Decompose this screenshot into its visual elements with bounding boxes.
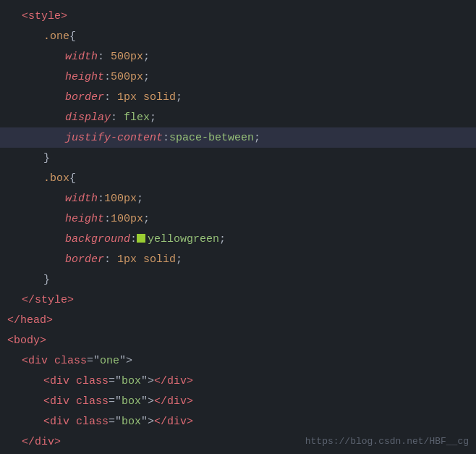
token-semicolon: ;: [143, 51, 150, 63]
token-property: border: [65, 91, 104, 104]
code-line: width:100px;: [0, 188, 476, 209]
token-property: display: [65, 112, 111, 124]
token-value-flex: yellowgreen: [148, 233, 219, 245]
token-colon: :: [111, 112, 124, 124]
token-property: width: [65, 51, 98, 63]
token-attr-value: box: [122, 375, 141, 387]
token-value-flex: flex: [124, 112, 150, 124]
token-brace: }: [43, 274, 50, 286]
token-attr-name: class: [76, 375, 109, 387]
token-colon: :: [104, 253, 117, 266]
token-colon: :: [98, 193, 104, 205]
token-tag: <div: [43, 395, 76, 408]
token-tag: <body>: [7, 335, 46, 347]
token-tag: </style>: [22, 294, 74, 306]
code-line: }: [0, 148, 476, 168]
token-selector: .one: [43, 30, 69, 43]
token-semicolon: ;: [143, 213, 150, 225]
token-semicolon: ;: [137, 193, 143, 205]
token-value-px: 500px: [111, 71, 143, 83]
code-line: </head>: [0, 310, 476, 330]
code-line: .box{: [0, 168, 476, 188]
code-editor: <style>.one{width: 500px;height:500px;bo…: [0, 0, 476, 454]
token-attr-name: class: [54, 355, 87, 367]
token-punctuation: =": [87, 355, 100, 367]
token-attr-value: one: [100, 355, 119, 367]
token-punctuation: ">: [141, 375, 154, 387]
token-attr-value: box: [122, 395, 141, 408]
token-semicolon: ;: [143, 71, 150, 83]
code-line: height:100px;: [0, 209, 476, 229]
code-line: width: 500px;: [0, 46, 476, 67]
token-property: height: [65, 213, 104, 225]
token-tag: <div: [43, 416, 76, 428]
token-attr-name: class: [76, 395, 109, 408]
token-colon: :: [130, 233, 137, 245]
token-punctuation: ">: [119, 355, 132, 367]
token-tag: <div: [43, 375, 76, 387]
token-property: border: [65, 253, 104, 266]
token-value-px: 1px solid: [117, 91, 176, 104]
code-line: <body>: [0, 330, 476, 350]
token-punctuation: =": [109, 395, 122, 408]
code-line: .one{: [0, 26, 476, 46]
token-tag: </div>: [154, 375, 193, 387]
code-line: }: [0, 269, 476, 290]
token-brace: {: [69, 172, 76, 185]
token-semicolon: ;: [219, 233, 226, 245]
token-tag: <div: [22, 355, 54, 367]
token-punctuation: =": [109, 416, 122, 428]
token-value-px: 100px: [104, 193, 137, 205]
token-value-px: 100px: [111, 213, 143, 225]
code-line: <div class="box"></div>: [0, 371, 476, 391]
token-semicolon: ;: [176, 253, 182, 266]
token-attr-value: box: [122, 416, 141, 428]
code-line: <div class="one">: [0, 350, 476, 371]
token-brace: {: [69, 30, 76, 43]
code-line: border: 1px solid;: [0, 249, 476, 269]
token-colon: :: [104, 213, 111, 225]
token-value-space: space-between: [169, 132, 254, 144]
token-value-px: 1px solid: [117, 253, 176, 266]
code-line: <style>: [0, 6, 476, 26]
token-punctuation: =": [109, 375, 122, 387]
token-colon: :: [104, 91, 117, 104]
token-semicolon: ;: [150, 112, 156, 124]
token-property: height: [65, 71, 104, 83]
token-punctuation: ">: [141, 395, 154, 408]
code-line: background:yellowgreen;: [0, 229, 476, 249]
token-punctuation: ">: [141, 416, 154, 428]
token-selector: .box: [43, 172, 69, 185]
code-line: display: flex;: [0, 107, 476, 127]
token-property: width: [65, 193, 98, 205]
code-line: <div class="box"></div>: [0, 391, 476, 411]
code-line: border: 1px solid;: [0, 87, 476, 107]
token-semicolon: ;: [254, 132, 260, 144]
url-label: https://blog.csdn.net/HBF__cg: [305, 436, 469, 447]
token-value-px: 500px: [111, 51, 143, 63]
token-colon: :: [98, 51, 111, 63]
code-line: </style>: [0, 290, 476, 310]
token-tag: <style>: [22, 10, 67, 22]
token-colon: :: [163, 132, 169, 144]
token-tag: </div>: [22, 436, 61, 448]
token-semicolon: ;: [176, 91, 182, 104]
code-line: justify-content:space-between;: [0, 127, 476, 148]
token-tag: </div>: [154, 395, 193, 408]
token-brace: }: [43, 152, 50, 164]
token-colon: :: [104, 71, 111, 83]
color-swatch-icon: [137, 234, 145, 243]
token-attr-name: class: [76, 416, 109, 428]
token-property: background: [65, 233, 130, 245]
token-tag: </head>: [7, 314, 53, 327]
token-tag: </div>: [154, 416, 193, 428]
token-property: justify-content: [65, 132, 163, 144]
code-line: height:500px;: [0, 67, 476, 87]
code-line: <div class="box"></div>: [0, 411, 476, 432]
